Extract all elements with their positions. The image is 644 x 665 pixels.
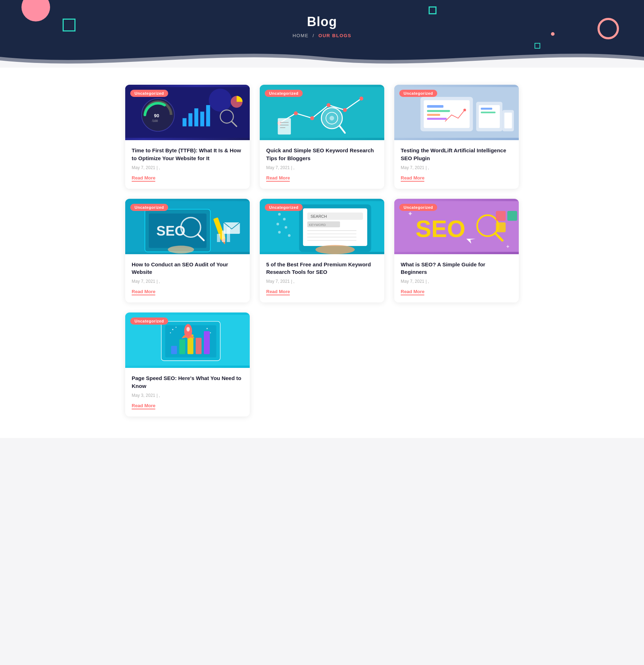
svg-point-18 — [343, 108, 347, 112]
svg-rect-53 — [222, 230, 225, 242]
svg-rect-39 — [481, 112, 496, 113]
svg-point-42 — [463, 109, 466, 111]
svg-rect-32 — [427, 105, 444, 108]
svg-point-19 — [359, 97, 363, 100]
blog-card-wordlift: Uncategorized Testing the WordLift Artif… — [394, 85, 519, 189]
svg-rect-6 — [189, 113, 192, 127]
card-title: 5 of the Best Free and Premium Keyword R… — [266, 261, 378, 276]
blog-card-what-seo: SEO ✦ ✦ Uncategorized What is SEO? A Sim… — [394, 199, 519, 303]
svg-rect-80 — [507, 211, 517, 221]
card-image-keyword-research: Uncategorized — [260, 85, 384, 140]
read-more-link[interactable]: Read More — [401, 289, 424, 295]
card-image-ttfb: 90 /100 Uncategorized — [125, 85, 250, 140]
read-more-link[interactable]: Read More — [132, 175, 155, 182]
svg-point-23 — [330, 116, 334, 120]
svg-point-70 — [277, 222, 279, 225]
breadcrumb: HOME / OUR BLOGS — [0, 33, 644, 38]
card-meta: May 7, 2021 | , — [401, 279, 512, 284]
svg-point-97 — [176, 327, 177, 328]
category-badge: Uncategorized — [130, 90, 168, 97]
card-title: Time to First Byte (TTFB): What It Is & … — [132, 147, 243, 162]
card-body: Page Speed SEO: Here's What You Need to … — [125, 368, 250, 417]
teal-square-2 — [429, 6, 436, 14]
category-badge: Uncategorized — [265, 204, 303, 211]
blog-card-keyword-tools: SEARCH KEYWORD Uncategorized 5 of the Be… — [260, 199, 384, 303]
card-image-page-speed: Uncategorized — [125, 312, 250, 368]
read-more-link[interactable]: Read More — [266, 175, 290, 182]
svg-point-68 — [278, 213, 280, 215]
pink-circle-decoration — [597, 18, 619, 39]
category-badge: Uncategorized — [130, 204, 168, 211]
teal-square-1 — [63, 19, 75, 31]
card-body: What is SEO? A Simple Guide for Beginner… — [394, 254, 519, 303]
pink-dot-decoration — [551, 32, 555, 36]
breadcrumb-home[interactable]: HOME — [293, 33, 309, 38]
card-meta: May 7, 2021 | , — [266, 165, 378, 170]
card-meta: May 7, 2021 | , — [132, 165, 243, 170]
main-content: 90 /100 Uncategorized Time to First Byte… — [0, 67, 644, 438]
category-badge: Uncategorized — [130, 317, 168, 325]
hero-section: Blog HOME / OUR BLOGS — [0, 0, 644, 67]
svg-point-73 — [288, 234, 291, 237]
svg-rect-88 — [179, 339, 185, 354]
svg-point-95 — [186, 327, 190, 331]
svg-text:SEARCH: SEARCH — [311, 214, 327, 218]
blog-card-page-speed: Uncategorized Page Speed SEO: Here's Wha… — [125, 312, 250, 417]
card-meta: May 3, 2021 | , — [132, 393, 243, 398]
hero-wave — [0, 46, 644, 68]
card-meta: May 7, 2021 | , — [266, 279, 378, 284]
card-image-what-seo: SEO ✦ ✦ Uncategorized — [394, 199, 519, 254]
svg-point-100 — [210, 332, 211, 334]
svg-rect-87 — [171, 346, 177, 354]
card-title: Page Speed SEO: Here's What You Need to … — [132, 374, 243, 390]
svg-point-55 — [168, 246, 194, 253]
svg-text:✦: ✦ — [506, 244, 510, 250]
blog-card-ttfb: 90 /100 Uncategorized Time to First Byte… — [125, 85, 250, 189]
card-title: How to Conduct an SEO Audit of Your Webs… — [132, 261, 243, 276]
read-more-link[interactable]: Read More — [132, 403, 155, 409]
read-more-link[interactable]: Read More — [266, 289, 290, 295]
svg-point-17 — [327, 103, 331, 107]
category-badge: Uncategorized — [399, 90, 437, 97]
svg-point-69 — [283, 218, 286, 220]
svg-point-98 — [170, 332, 171, 334]
read-more-link[interactable]: Read More — [132, 289, 155, 295]
svg-rect-35 — [427, 118, 447, 120]
svg-rect-91 — [204, 331, 210, 354]
svg-point-99 — [206, 328, 208, 329]
svg-point-96 — [172, 329, 174, 330]
svg-rect-33 — [427, 110, 450, 112]
card-image-keyword-tools: SEARCH KEYWORD Uncategorized — [260, 199, 384, 254]
svg-point-67 — [316, 245, 355, 254]
breadcrumb-current: OUR BLOGS — [318, 33, 351, 38]
svg-text:KEYWORD: KEYWORD — [309, 223, 326, 227]
card-title: Testing the WordLift Artificial Intellig… — [401, 147, 512, 162]
svg-point-16 — [310, 116, 314, 120]
breadcrumb-separator: / — [313, 33, 314, 38]
svg-text:SEO: SEO — [416, 216, 465, 242]
card-title: Quick and Simple SEO Keyword Research Ti… — [266, 147, 378, 162]
page-title: Blog — [0, 14, 644, 29]
svg-rect-5 — [182, 118, 186, 127]
card-meta: May 7, 2021 | , — [401, 165, 512, 170]
card-body: Testing the WordLift Artificial Intellig… — [394, 140, 519, 189]
svg-rect-41 — [504, 113, 512, 128]
svg-rect-38 — [481, 108, 492, 109]
svg-point-72 — [278, 231, 280, 233]
svg-rect-81 — [496, 222, 506, 232]
svg-point-1 — [209, 89, 232, 112]
category-badge: Uncategorized — [265, 90, 303, 97]
card-image-seo-audit: SEO Uncategorized — [125, 199, 250, 254]
svg-rect-52 — [217, 234, 220, 242]
svg-point-71 — [285, 226, 287, 228]
svg-rect-54 — [227, 227, 230, 242]
read-more-link[interactable]: Read More — [401, 175, 424, 182]
blog-grid: 90 /100 Uncategorized Time to First Byte… — [125, 85, 519, 417]
svg-rect-34 — [427, 114, 440, 116]
card-body: 5 of the Best Free and Premium Keyword R… — [260, 254, 384, 303]
svg-text:90: 90 — [154, 113, 159, 118]
svg-rect-79 — [496, 211, 506, 221]
blog-card-seo-audit: SEO Uncategorized How to Conduct an SEO … — [125, 199, 250, 303]
blog-card-keyword-research: Uncategorized Quick and Simple SEO Keywo… — [260, 85, 384, 189]
svg-rect-90 — [196, 338, 201, 354]
